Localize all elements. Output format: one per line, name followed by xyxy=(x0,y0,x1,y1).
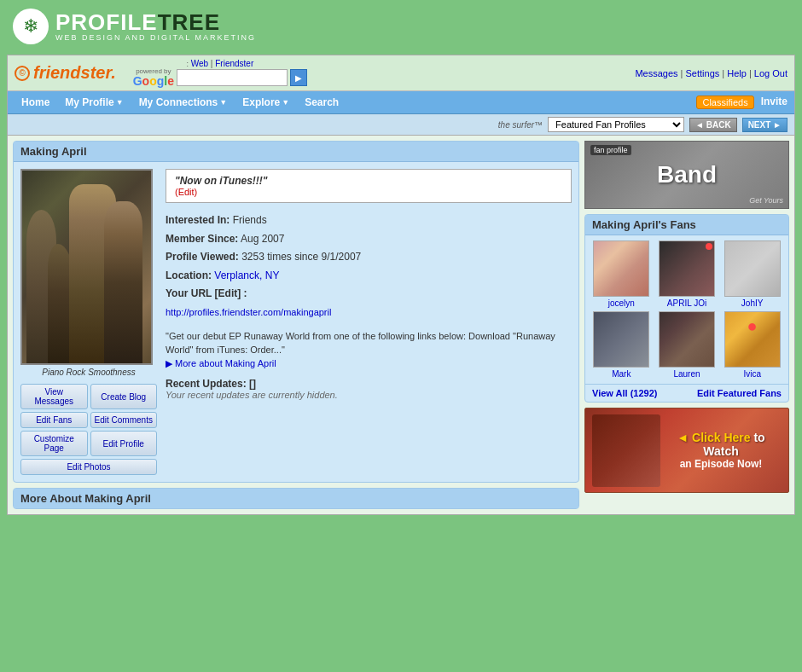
fan-name-lauren[interactable]: Lauren xyxy=(673,369,700,379)
surfer-select[interactable]: Featured Fan Profiles xyxy=(548,117,684,132)
profiletree-header: ❄ PROFILETREE WEB DESIGN AND DIGITAL MAR… xyxy=(0,0,802,51)
nav-classifieds[interactable]: Classifieds xyxy=(696,96,753,109)
profile-card-title: Making April xyxy=(14,142,578,162)
profile-buttons: View Messages Create Blog Edit Fans Edit… xyxy=(20,384,157,475)
fan-avatar-april-joi[interactable] xyxy=(659,240,715,297)
explore-chevron: ▼ xyxy=(282,98,289,107)
fan-profile-label: fan profile xyxy=(590,145,631,155)
ad-subtitle: an Episode Now! xyxy=(660,458,782,470)
fan-avatar-johiy[interactable] xyxy=(724,240,781,297)
friendster-logo-circle: © xyxy=(15,66,30,81)
friendster-logo-text: friendster. xyxy=(33,63,116,83)
nav-home[interactable]: Home xyxy=(15,95,56,110)
profile-info: "Now on iTunes!!!" (Edit) Interested In:… xyxy=(166,169,572,475)
profile-bio: "Get our debut EP Runaway World from one… xyxy=(166,329,572,357)
profile-card-body: Piano Rock Smoothness View Messages Crea… xyxy=(14,162,578,482)
itunes-edit-link[interactable]: (Edit) xyxy=(175,187,562,197)
edit-photos-button[interactable]: Edit Photos xyxy=(20,459,157,475)
messages-link[interactable]: Messages xyxy=(635,68,677,78)
google-logo: Google xyxy=(133,75,174,87)
fan-name-ivica[interactable]: Ivica xyxy=(743,369,761,379)
user-links: Messages | Settings | Help | Log Out xyxy=(635,68,787,78)
my-connections-chevron: ▼ xyxy=(219,98,227,107)
edit-profile-button[interactable]: Edit Profile xyxy=(90,431,158,456)
nav-my-profile[interactable]: My Profile ▼ xyxy=(58,95,130,110)
customize-page-button[interactable]: Customize Page xyxy=(20,431,88,456)
more-about-section: More About Making April xyxy=(13,488,579,509)
fans-grid: jocelyn APRIL JOi JohIY Mark xyxy=(585,235,788,384)
itunes-box: "Now on iTunes!!!" (Edit) xyxy=(166,169,572,203)
location-link[interactable]: Verplanck, NY xyxy=(214,269,279,281)
brand-name: PROFILETREE xyxy=(55,11,256,33)
ad-title: ◄ Click Here to Watch xyxy=(660,431,782,458)
ad-arrow-icon: ◄ xyxy=(677,431,689,444)
brand-subtitle: WEB DESIGN AND DIGITAL MARKETING xyxy=(55,33,256,42)
nav-my-connections[interactable]: My Connections ▼ xyxy=(132,95,235,110)
settings-link[interactable]: Settings xyxy=(686,68,720,78)
edit-featured-fans-link[interactable]: Edit Featured Fans xyxy=(697,388,782,398)
friendster-app: © friendster. : Web | Friendster powered… xyxy=(7,55,795,515)
list-item: APRIL JOi xyxy=(656,240,718,308)
fans-section: Making April's Fans jocelyn APRIL JOi Jo… xyxy=(584,214,789,403)
friendster-topbar: © friendster. : Web | Friendster powered… xyxy=(8,55,794,91)
friendster-nav: Home My Profile ▼ My Connections ▼ Explo… xyxy=(8,91,794,114)
nav-explore[interactable]: Explore ▼ xyxy=(235,95,296,110)
itunes-text: "Now on iTunes!!!" xyxy=(175,175,562,187)
left-column: Making April Piano Rock Smoothness View … xyxy=(13,141,579,509)
ad-banner[interactable]: ◄ Click Here to Watch an Episode Now! xyxy=(584,408,789,493)
surfer-next-button[interactable]: NEXT ► xyxy=(742,118,787,132)
fan-name-johiy[interactable]: JohIY xyxy=(741,298,764,308)
fan-name-mark[interactable]: Mark xyxy=(612,369,631,379)
search-submit-button[interactable]: ▶ xyxy=(290,69,307,86)
profiletree-logo: ❄ PROFILETREE WEB DESIGN AND DIGITAL MAR… xyxy=(13,9,256,44)
main-content: Making April Piano Rock Smoothness View … xyxy=(8,136,794,514)
search-input[interactable] xyxy=(177,69,288,86)
band-member-4 xyxy=(104,201,142,363)
ad-image xyxy=(592,414,660,487)
edit-fans-button[interactable]: Edit Fans xyxy=(20,412,88,428)
recent-updates: Recent Updates: [] Your recent updates a… xyxy=(166,378,572,400)
profile-photo-area: Piano Rock Smoothness View Messages Crea… xyxy=(20,169,157,475)
friendster-logo: © friendster. xyxy=(15,63,116,83)
recent-updates-title: Recent Updates: [] xyxy=(166,378,572,390)
fan-name-jocelyn[interactable]: jocelyn xyxy=(608,298,635,308)
ad-text: ◄ Click Here to Watch an Episode Now! xyxy=(660,431,782,470)
profile-details: Interested In: Friends Member Since: Aug… xyxy=(166,211,572,322)
fan-name-april-joi[interactable]: APRIL JOi xyxy=(667,298,706,308)
fan-avatar-ivica[interactable] xyxy=(724,311,781,368)
more-about-link[interactable]: More about Making April xyxy=(166,358,276,368)
view-messages-button[interactable]: View Messages xyxy=(20,384,88,409)
create-blog-button[interactable]: Create Blog xyxy=(90,384,158,409)
edit-comments-button[interactable]: Edit Comments xyxy=(90,412,158,428)
profile-photo xyxy=(20,169,153,365)
profile-card: Making April Piano Rock Smoothness View … xyxy=(13,141,579,483)
list-item: jocelyn xyxy=(590,240,653,308)
web-tab[interactable]: Web xyxy=(191,59,208,68)
nav-search[interactable]: Search xyxy=(298,95,346,110)
get-yours-label: Get Yours xyxy=(749,196,783,205)
help-link[interactable]: Help xyxy=(727,68,747,78)
fan-avatar-mark[interactable] xyxy=(593,311,649,368)
recent-updates-empty: Your recent updates are currently hidden… xyxy=(166,390,572,400)
view-all-fans-link[interactable]: View All (1292) xyxy=(592,388,657,398)
fan-avatar-jocelyn[interactable] xyxy=(593,240,649,297)
profile-url-link[interactable]: http://profiles.friendster.com/makingapr… xyxy=(166,307,331,317)
profiletree-title: PROFILETREE WEB DESIGN AND DIGITAL MARKE… xyxy=(55,11,256,42)
powered-by-label: powered by Google xyxy=(133,68,174,87)
surfer-back-button[interactable]: ◄ BACK xyxy=(689,118,737,132)
fan-avatar-lauren[interactable] xyxy=(659,311,715,368)
fan-profile-banner[interactable]: fan profile Band Get Yours xyxy=(584,141,789,209)
logout-link[interactable]: Log Out xyxy=(754,68,787,78)
list-item: Ivica xyxy=(721,311,783,379)
list-item: Lauren xyxy=(656,311,718,379)
profile-caption: Piano Rock Smoothness xyxy=(20,368,157,377)
nav-invite[interactable]: Invite xyxy=(761,96,787,109)
friendster-tab[interactable]: Friendster xyxy=(215,59,253,68)
fan-profile-type: Band xyxy=(657,161,717,188)
my-profile-chevron: ▼ xyxy=(116,98,124,107)
search-area: : Web | Friendster powered by Google ▶ xyxy=(133,59,311,87)
surfer-label: the surfer™ xyxy=(498,120,543,130)
list-item: Mark xyxy=(590,311,653,379)
right-column: fan profile Band Get Yours Making April'… xyxy=(584,141,789,509)
surfer-bar: the surfer™ Featured Fan Profiles ◄ BACK… xyxy=(8,114,794,136)
